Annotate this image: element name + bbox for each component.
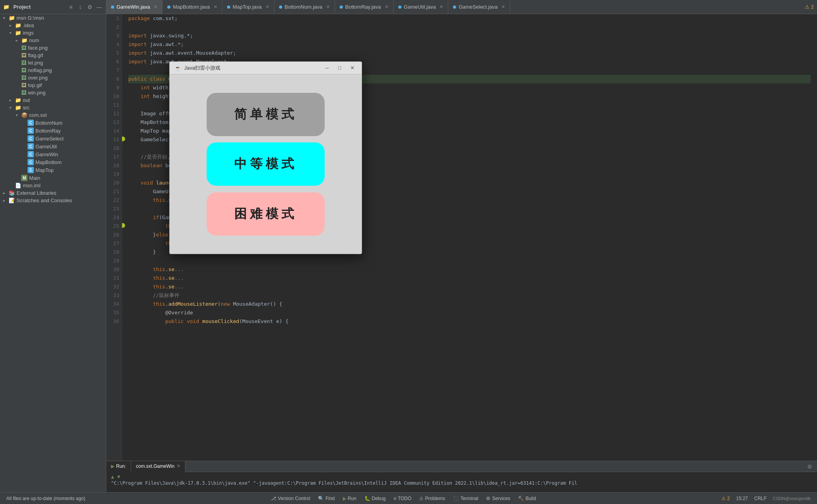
status-terminal[interactable]: ⬛ Terminal: [449, 496, 482, 501]
tab-label: GameSelect.java: [458, 4, 497, 10]
hard-mode-label: 困难模式: [234, 205, 297, 223]
hard-mode-button[interactable]: 困难模式: [207, 192, 325, 236]
dialog-close-btn[interactable]: ✕: [348, 64, 357, 72]
tab-bottomnum[interactable]: BottomNum.java ✕: [274, 0, 335, 14]
status-right: ⚠ 2 15:27 CRLF CSDN@orangemilk: [721, 496, 811, 501]
sidebar-item-gameutil[interactable]: ▸ C GameUtil: [0, 142, 106, 150]
tab-close-btn[interactable]: ✕: [501, 4, 505, 9]
bottom-tab-gamewin[interactable]: com.sxt.GameWin ✕: [131, 461, 185, 472]
sidebar-collapse-btn[interactable]: ≡: [67, 4, 74, 11]
sidebar-item-imgs[interactable]: ▾ 📁 imgs: [0, 29, 106, 37]
sidebar-item-label: GameWin: [35, 151, 58, 157]
sidebar-item-scratches[interactable]: ▸ 📝 Scratches and Consoles: [0, 197, 106, 204]
sidebar-item-over[interactable]: ▸ 🖼 over.png: [0, 74, 106, 81]
status-build[interactable]: 🔨 Build: [514, 496, 540, 501]
dialog-maximize-btn[interactable]: □: [335, 64, 344, 72]
todo-label: TODO: [398, 496, 411, 501]
tab-close-btn[interactable]: ✕: [440, 4, 443, 9]
sidebar-item-msn[interactable]: ▾ 📁 msn G:\msn: [0, 14, 106, 22]
top-gif-icon: 🖼: [21, 82, 26, 88]
class-icon: C: [28, 151, 34, 157]
tab-close-btn[interactable]: ✕: [154, 4, 157, 9]
class-icon: C: [28, 167, 34, 173]
sidebar-item-label: Main: [29, 175, 40, 181]
status-debug[interactable]: 🐛 Debug: [360, 496, 390, 501]
sidebar-item-main[interactable]: ▸ M Main: [0, 174, 106, 182]
debug-icon: 🐛: [364, 496, 370, 501]
sidebar-item-maptop[interactable]: ▸ C MapTop: [0, 166, 106, 174]
sidebar-item-label: MapTop: [35, 167, 54, 173]
sidebar-item-top-gif[interactable]: ▸ 🖼 top.gif: [0, 81, 106, 89]
sidebar-close-btn[interactable]: —: [96, 4, 103, 11]
num-folder-icon: 📁: [21, 37, 28, 43]
dialog-title: Java扫雷小游戏: [184, 65, 319, 72]
sidebar-item-msn-iml[interactable]: ▸ 📄 msn.iml: [0, 182, 106, 189]
bottom-tab-close-icon[interactable]: ✕: [177, 463, 180, 469]
tab-dot: [398, 6, 401, 9]
sidebar-item-label: Scratches and Consoles: [17, 198, 72, 203]
tab-gameselect[interactable]: GameSelect.java ✕: [448, 0, 510, 14]
status-version-control[interactable]: ⎇ Version Control: [267, 496, 314, 501]
sidebar-sort-btn[interactable]: ↕: [77, 4, 84, 11]
sidebar-panel: 📁 Project ≡ ↕ ⚙ — ▾ 📁 msn G:\msn ▸ 📁 .id…: [0, 0, 106, 504]
bottom-tab-bar: ▶ Run: com.sxt.GameWin ✕ ⚙: [106, 461, 817, 472]
tab-gamewin[interactable]: GameWin.java ✕: [106, 0, 163, 14]
out-folder-icon: 📁: [15, 97, 21, 103]
settings-gear-icon[interactable]: ⚙: [807, 463, 812, 470]
status-problems[interactable]: ⚠ Problems: [415, 496, 449, 501]
easy-mode-button[interactable]: 简单模式: [207, 93, 325, 136]
sidebar-item-label: noflag.png: [28, 67, 52, 73]
sidebar-item-mapbottom[interactable]: ▸ C MapBottom: [0, 158, 106, 166]
sidebar-item-label: out: [23, 97, 30, 103]
sidebar-item-num[interactable]: ▸ 📁 num: [0, 37, 106, 44]
sidebar-item-com-sxt[interactable]: ▾ 📦 com.sxt: [0, 111, 106, 119]
game-dialog[interactable]: ☕ Java扫雷小游戏 ─ □ ✕ 简单模式 中等模式 困难模式: [169, 61, 362, 254]
sidebar-item-gameselect[interactable]: ▸ C GameSelect: [0, 135, 106, 142]
flag-gif-icon: 🖼: [21, 52, 26, 58]
sidebar-item-flag[interactable]: ▸ 🖼 flag.gif: [0, 52, 106, 59]
dialog-minimize-btn[interactable]: ─: [322, 64, 332, 72]
status-services[interactable]: ⚙ Services: [482, 496, 514, 501]
tab-dot: [453, 6, 456, 9]
tab-mapbottom[interactable]: MapBottom.java ✕: [163, 0, 222, 14]
sidebar-item-out[interactable]: ▸ 📁 out: [0, 96, 106, 104]
medium-mode-button[interactable]: 中等模式: [207, 142, 325, 186]
sidebar-item-gamewin[interactable]: ▸ C GameWin: [0, 150, 106, 158]
bottom-settings-btn[interactable]: ⚙: [807, 463, 817, 470]
services-label: Services: [492, 496, 510, 501]
bottom-tab-run[interactable]: ▶ Run:: [106, 461, 131, 472]
sidebar-item-src[interactable]: ▾ 📁 src: [0, 104, 106, 111]
tab-close-btn[interactable]: ✕: [214, 4, 217, 9]
status-run[interactable]: ▶ Run: [339, 496, 360, 501]
sidebar-item-label: top.gif: [28, 82, 42, 88]
sidebar-item-idea[interactable]: ▸ 📁 .idea: [0, 22, 106, 29]
sidebar-item-label: flag.gif: [28, 52, 43, 58]
sidebar-item-lei[interactable]: ▸ 🖼 lei.png: [0, 59, 106, 66]
tab-maptop[interactable]: MapTop.java ✕: [222, 0, 274, 14]
run-status-icon: ▶: [343, 496, 346, 501]
code-line-29: [128, 257, 811, 265]
find-label: Find: [325, 496, 335, 501]
tab-close-btn[interactable]: ✕: [385, 4, 388, 9]
tab-close-btn[interactable]: ✕: [326, 4, 330, 9]
bottom-tab-class-label: com.sxt.GameWin: [136, 463, 174, 469]
sidebar-item-win[interactable]: ▸ 🖼 win.png: [0, 89, 106, 96]
tab-gameutil[interactable]: GameUtil.java ✕: [394, 0, 449, 14]
sidebar-item-label: msn G:\msn: [17, 15, 44, 21]
tab-close-btn[interactable]: ✕: [266, 4, 269, 9]
sidebar-item-external-libs[interactable]: ▸ 📚 External Libraries: [0, 189, 106, 197]
tab-bottomray[interactable]: BottomRay.java ✕: [335, 0, 394, 14]
services-icon: ⚙: [486, 496, 490, 501]
version-control-icon: ⎇: [271, 496, 276, 501]
class-icon: C: [28, 143, 34, 150]
status-todo[interactable]: ≡ TODO: [390, 496, 415, 501]
sidebar-item-label: imgs: [23, 30, 33, 36]
sidebar-item-bottomray[interactable]: ▸ C BottomRay: [0, 127, 106, 135]
sidebar-item-face[interactable]: ▸ 🖼 face.png: [0, 44, 106, 52]
sidebar-item-bottomnum[interactable]: ▸ C BottomNum: [0, 119, 106, 127]
sidebar-item-noflag[interactable]: ▸ 🖼 noflag.png: [0, 66, 106, 74]
sidebar-settings-btn[interactable]: ⚙: [86, 4, 93, 11]
status-find[interactable]: 🔍 Find: [314, 496, 338, 501]
warning-indicator: ⚠ 2: [805, 4, 814, 10]
line-numbers: 12345 678910 1112131415 1617181920 21222…: [106, 14, 122, 461]
